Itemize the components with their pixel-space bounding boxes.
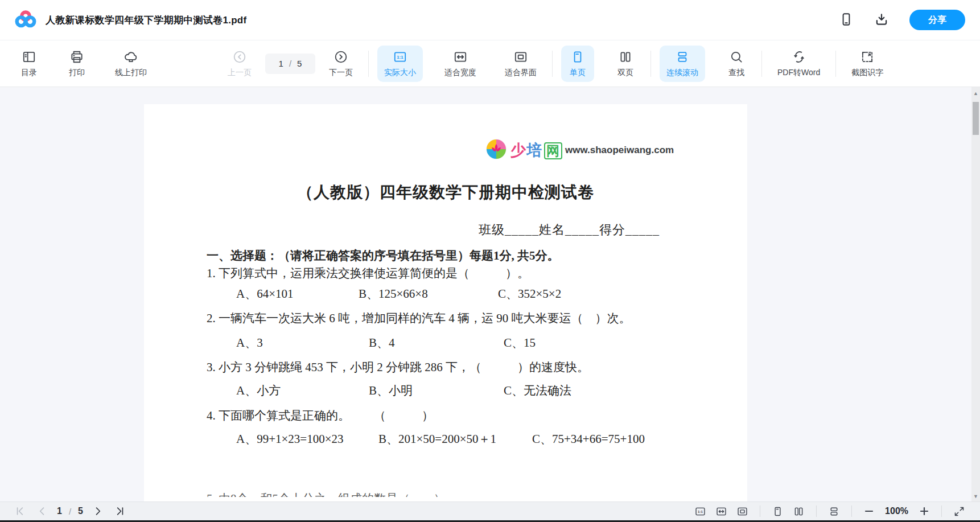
bottom-divider <box>816 505 817 517</box>
fullscreen-button[interactable] <box>950 504 969 519</box>
topbar: 人教新课标数学四年级下学期期中测试卷1.pdf 分享 <box>0 0 980 40</box>
option-a: A、64×101 <box>236 286 294 302</box>
scrollbar-thumb[interactable] <box>973 102 979 135</box>
option-b: B、小明 <box>369 383 413 398</box>
toc-icon <box>22 50 36 64</box>
mobile-view-button[interactable] <box>839 12 854 28</box>
download-button[interactable] <box>874 12 889 28</box>
crop-icon <box>860 50 875 64</box>
fit-width-label: 适合宽度 <box>444 68 476 78</box>
online-print-button[interactable]: 线上打印 <box>108 46 154 82</box>
pdf-to-word-button[interactable]: PDF转Word <box>771 46 827 82</box>
continuous-scroll-button[interactable]: 连续滚动 <box>660 46 705 82</box>
cloud-print-icon <box>123 50 138 64</box>
scroll-down-arrow[interactable]: ▼ <box>971 492 980 500</box>
prev-page-nav-button[interactable] <box>33 504 51 518</box>
printer-icon <box>69 50 84 64</box>
toc-label: 目录 <box>21 68 37 78</box>
actual-size-icon: 1:1 <box>393 50 407 64</box>
option-c: C、75+34+66=75+100 <box>532 431 645 447</box>
next-page-button[interactable]: 下一页 <box>322 46 360 82</box>
question-5-clipped: 5. 由8个一和5个十分之一组成的数是（ ）。 <box>207 491 719 497</box>
document-title: 人教新课标数学四年级下学期期中测试卷1.pdf <box>46 14 247 27</box>
fit-screen-mini-button[interactable] <box>733 504 752 519</box>
bottom-page-separator: / <box>68 507 72 516</box>
fit-width-mini-button[interactable] <box>712 504 731 519</box>
vertical-scrollbar[interactable]: ▲ ▼ <box>971 87 980 502</box>
print-button[interactable]: 打印 <box>60 46 93 82</box>
zoom-out-button[interactable] <box>860 504 878 518</box>
shaopeiwang-logo-icon <box>485 138 507 162</box>
bottom-page-nav: 1 / 5 <box>11 504 129 518</box>
search-icon <box>729 50 744 64</box>
single-page-icon <box>570 50 585 64</box>
bottom-view-controls: 1:1 <box>691 504 969 519</box>
screenshot-ocr-button[interactable]: 截图识字 <box>845 46 890 82</box>
continuous-scroll-icon <box>675 50 690 64</box>
fit-screen-button[interactable]: 适合界面 <box>498 46 543 82</box>
download-icon <box>874 12 889 28</box>
single-page-button[interactable]: 单页 <box>561 46 594 82</box>
page-total: 5 <box>297 59 302 68</box>
fit-screen-icon <box>513 50 528 64</box>
page-current: 1 <box>279 59 283 68</box>
online-print-label: 线上打印 <box>115 68 147 78</box>
netdisk-logo-icon <box>15 9 36 31</box>
double-page-mini-button[interactable] <box>789 504 808 519</box>
toc-button[interactable]: 目录 <box>13 46 46 82</box>
shaopeiwang-brand: 少培网 www.shaopeiwang.com <box>485 138 674 162</box>
double-page-icon <box>618 50 633 64</box>
toolbar-divider <box>650 51 651 77</box>
next-page-nav-button[interactable] <box>89 504 107 518</box>
toolbar-divider <box>761 51 762 77</box>
option-b: B、125×66×8 <box>359 286 428 302</box>
scroll-up-arrow[interactable]: ▲ <box>971 89 980 97</box>
last-page-button[interactable] <box>110 504 129 518</box>
option-c: C、352×5×2 <box>498 286 561 302</box>
find-button[interactable]: 查找 <box>720 46 753 82</box>
next-page-label: 下一页 <box>329 68 353 78</box>
question-4-options: A、99+1×23=100×23 B、201×50=200×50＋1 C、75+… <box>144 431 747 446</box>
question-2-options: A、3 B、4 C、15 <box>144 335 747 350</box>
fit-width-button[interactable]: 适合宽度 <box>438 46 483 82</box>
zoom-in-button[interactable] <box>915 504 933 518</box>
bottom-page-current: 1 <box>55 506 64 516</box>
print-label: 打印 <box>69 68 85 78</box>
option-b: B、201×50=200×50＋1 <box>378 431 496 447</box>
question-1-options: A、64×101 B、125×66×8 C、352×5×2 <box>144 286 747 301</box>
prev-page-icon <box>232 50 247 64</box>
pdf-to-word-label: PDF转Word <box>777 68 820 78</box>
question-4: 4. 下面哪个算式是正确的。 （ ） <box>207 408 434 424</box>
exam-title: （人教版）四年级数学下册期中检测试卷 <box>144 182 747 203</box>
bottom-statusbar: 1 / 5 1:1 <box>0 502 980 520</box>
single-page-label: 单页 <box>570 68 586 78</box>
page-separator: / <box>289 59 291 68</box>
option-c: C、15 <box>504 335 536 351</box>
double-page-button[interactable]: 双页 <box>609 46 642 82</box>
brand-name: 少培网 <box>510 140 562 161</box>
actual-size-mini-button[interactable]: 1:1 <box>691 504 710 519</box>
actual-size-button[interactable]: 1:1 实际大小 <box>377 46 423 82</box>
toolbar-divider <box>552 51 553 77</box>
bottom-divider <box>760 505 760 517</box>
bottom-divider <box>851 505 852 517</box>
toolbar-divider <box>368 51 369 77</box>
bottom-page-total: 5 <box>76 506 85 516</box>
option-c: C、无法确法 <box>504 383 571 398</box>
brand-char-wang: 网 <box>544 142 562 159</box>
bottom-divider <box>941 505 942 517</box>
fit-width-icon <box>453 50 468 64</box>
actual-size-label: 实际大小 <box>384 68 416 78</box>
single-page-mini-button[interactable] <box>768 504 787 519</box>
fit-screen-label: 适合界面 <box>505 68 537 78</box>
prev-page-button[interactable]: 上一页 <box>221 46 258 82</box>
brand-char-pei: 培 <box>526 142 542 159</box>
option-a: A、3 <box>236 335 263 351</box>
question-3: 3. 小方 3 分钟跳绳 453 下，小明 2 分钟跳 286 下，（ ）的速度… <box>207 359 589 375</box>
share-button[interactable]: 分享 <box>909 10 965 30</box>
page-indicator[interactable]: 1 / 5 <box>265 54 315 74</box>
next-page-icon <box>333 50 348 64</box>
double-page-label: 双页 <box>617 68 633 78</box>
first-page-button[interactable] <box>11 504 30 518</box>
continuous-scroll-mini-button[interactable] <box>825 504 843 519</box>
